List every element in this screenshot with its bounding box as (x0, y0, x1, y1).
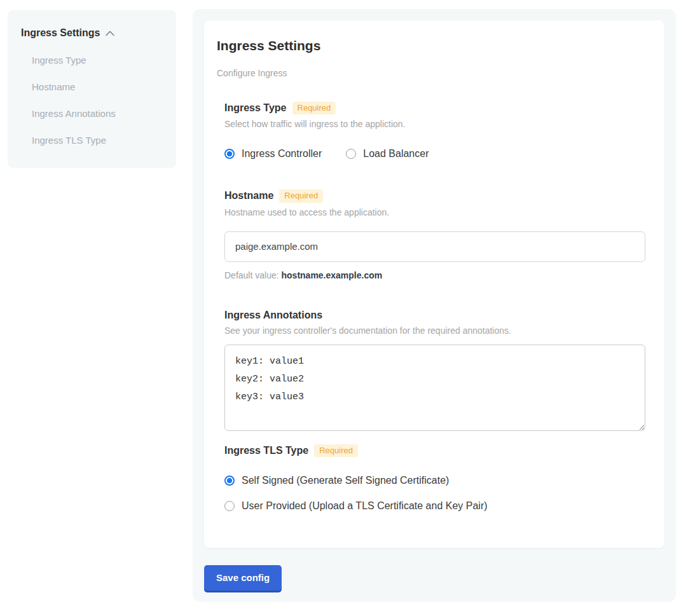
radio-load-balancer[interactable]: Load Balancer (346, 148, 429, 160)
sidebar-item-ingress-type[interactable]: Ingress Type (32, 55, 163, 65)
section-hostname: Hostname Required Hostname used to acces… (224, 189, 645, 280)
sidebar-item-ingress-tls-type[interactable]: Ingress TLS Type (32, 135, 163, 146)
radio-self-signed[interactable]: Self Signed (Generate Self Signed Certif… (224, 475, 645, 486)
radio-label: Load Balancer (363, 148, 429, 160)
ingress-type-radio-group: Ingress Controller Load Balancer (224, 148, 645, 160)
field-label-hostname: Hostname (224, 190, 273, 202)
chevron-up-icon (106, 31, 114, 36)
save-config-button[interactable]: Save config (204, 565, 282, 591)
radio-ingress-controller[interactable]: Ingress Controller (224, 148, 322, 160)
radio-label: User Provided (Upload a TLS Certificate … (242, 500, 488, 512)
page-subtitle: Configure Ingress (217, 68, 652, 78)
sidebar-item-ingress-annotations[interactable]: Ingress Annotations (32, 108, 163, 119)
radio-circle-icon (224, 149, 235, 159)
field-label-ingress-tls-type: Ingress TLS Type (224, 445, 308, 456)
field-label-ingress-annotations: Ingress Annotations (224, 310, 322, 321)
field-label-ingress-type: Ingress Type (224, 102, 287, 114)
radio-label: Ingress Controller (242, 148, 322, 160)
hostname-input[interactable] (224, 231, 645, 262)
section-ingress-tls-type: Ingress TLS Type Required Self Signed (G… (224, 444, 645, 512)
field-help-ingress-annotations: See your ingress controller's documentat… (224, 325, 645, 336)
radio-user-provided[interactable]: User Provided (Upload a TLS Certificate … (224, 500, 645, 512)
required-badge: Required (279, 189, 323, 202)
ingress-annotations-textarea[interactable]: key1: value1 key2: value2 key3: value3 (224, 345, 645, 431)
default-value-text: hostname.example.com (282, 270, 383, 280)
required-badge: Required (292, 102, 336, 114)
config-panel: Ingress Settings Configure Ingress Ingre… (193, 9, 676, 602)
radio-circle-icon (224, 501, 235, 511)
section-ingress-annotations: Ingress Annotations See your ingress con… (224, 310, 645, 431)
field-help-ingress-type: Select how traffic will ingress to the a… (224, 119, 645, 129)
hostname-default-value: Default value: hostname.example.com (224, 270, 645, 280)
page-title: Ingress Settings (217, 38, 652, 53)
field-help-hostname: Hostname used to access the application. (224, 207, 645, 217)
section-ingress-type: Ingress Type Required Select how traffic… (224, 102, 645, 160)
config-card: Ingress Settings Configure Ingress Ingre… (204, 20, 664, 548)
radio-circle-icon (224, 476, 235, 486)
radio-label: Self Signed (Generate Self Signed Certif… (242, 475, 449, 486)
tls-type-radio-group: Self Signed (Generate Self Signed Certif… (224, 475, 645, 512)
radio-circle-icon (346, 149, 356, 159)
sidebar-item-hostname[interactable]: Hostname (32, 81, 163, 92)
sidebar-group-ingress-settings[interactable]: Ingress Settings (21, 27, 163, 39)
config-sidebar: Ingress Settings Ingress Type Hostname I… (8, 10, 176, 168)
default-value-prefix: Default value: (224, 270, 279, 280)
required-badge: Required (314, 444, 358, 457)
sidebar-group-label: Ingress Settings (21, 27, 100, 39)
